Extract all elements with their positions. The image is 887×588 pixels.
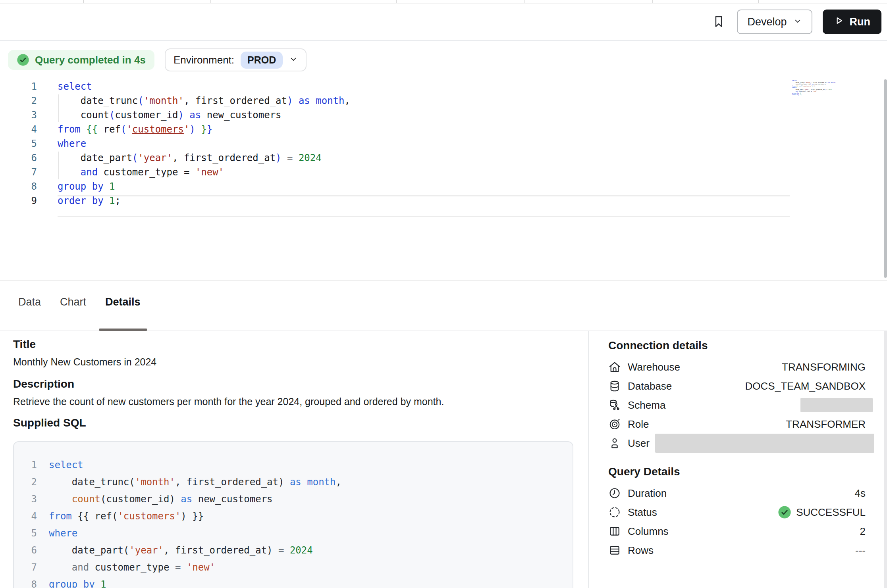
code-line: from {{ ref('customers') }} [49,511,204,522]
code-line: and customer_type = 'new' [58,167,224,178]
warehouse-icon [608,361,621,373]
code-line: where [58,138,86,149]
supplied-sql-line-3: 3 count(customer_id) as new_customers [14,490,573,507]
redacted-value [800,398,873,412]
line-number: 9 [0,195,37,206]
detail-value: TRANSFORMER [786,418,866,430]
loader-icon [608,506,621,519]
top-tab-separator [396,0,397,3]
detail-row-schema: Schema [608,396,866,415]
environment-value-pill: PROD [241,52,283,69]
play-icon [834,15,844,29]
query-details-rows: Duration4sStatusSUCCESSFULColumns2Rows--… [608,484,866,560]
detail-row-status: StatusSUCCESSFUL [608,503,866,522]
editor-line-2[interactable]: 2 date_trunc('month', first_ordered_at) … [0,94,350,108]
schema-icon [608,399,621,411]
editor-line-3[interactable]: 3 count(customer_id) as new_customers [0,108,350,122]
tab-details[interactable]: Details [105,291,141,313]
top-tab-separator [83,0,84,3]
detail-row-warehouse: WarehouseTRANSFORMING [608,357,866,377]
clock-icon [608,487,621,500]
code-line: select [49,459,83,471]
detail-value: 4s [855,487,866,500]
active-tab-underline [99,329,147,331]
supplied-sql-line-4: 4from {{ ref('customers') }} [14,507,573,525]
detail-row-rows: Rows--- [608,541,866,560]
code-line: count(customer_id) as new_customers [49,494,273,505]
query-status-text: Query completed in 4s [35,54,146,66]
line-number: 3 [0,110,37,121]
code-line: count(customer_id) as new_customers [58,110,282,121]
tabs-top-divider [0,280,887,281]
top-tab-separator [210,0,211,3]
detail-row-user: User [608,434,866,453]
editor-line-4[interactable]: 4from {{ ref('customers') }} [0,122,350,136]
line-number: 1 [0,81,37,92]
editor-line-7[interactable]: 7 and customer_type = 'new' [0,165,350,179]
bookmark-button[interactable] [711,14,727,30]
detail-row-columns: Columns2 [608,522,866,541]
panel-divider [588,331,589,588]
code-line: and customer_type = 'new' [49,562,215,573]
detail-label: Schema [628,399,665,411]
detail-label: User [628,437,650,450]
top-tab-separator [524,0,525,3]
role-icon [608,418,621,430]
run-label: Run [850,16,870,28]
code-line: date_trunc('month', first_ordered_at) as… [58,95,350,106]
scrollbar-track[interactable] [884,331,887,588]
top-tab-separator [758,0,759,3]
environment-label: Environment: [174,54,234,66]
details-side-panel: Connection details WarehouseTRANSFORMING… [608,331,866,560]
code-line: select [58,81,92,92]
editor-line-6[interactable]: 6 date_part('year', first_ordered_at) = … [0,151,350,165]
query-status-badge: Query completed in 4s [8,50,154,70]
sql-editor[interactable]: 1select2 date_trunc('month', first_order… [0,79,350,208]
code-line: date_trunc('month', first_ordered_at) as… [49,477,341,488]
run-button[interactable]: Run [823,10,881,34]
top-tab-separator [652,0,653,3]
line-number: 5 [0,138,37,149]
description-value: Retrieve the count of new customers per … [13,396,444,407]
line-number: 8 [0,181,37,192]
toolbar: Develop Run [0,4,887,41]
connection-details-heading: Connection details [608,339,866,352]
line-number: 4 [14,511,37,522]
editor-minimap[interactable]: select date_trunc('month', first_ordered… [792,80,836,96]
code-line: group by 1 [49,579,106,588]
develop-dropdown-button[interactable]: Develop [737,10,812,34]
supplied-sql-line-7: 7 and customer_type = 'new' [14,559,573,576]
editor-line-5[interactable]: 5where [0,136,350,151]
code-line: from {{ ref('customers') }} [58,124,212,135]
editor-line-9[interactable]: 9order by 1; [0,194,350,208]
success-check-icon [778,505,791,519]
supplied-sql-line-1: 1select [14,456,573,473]
columns-icon [608,525,621,538]
check-circle-icon [17,54,29,66]
scrollbar-thumb[interactable] [884,79,887,278]
line-number: 5 [14,528,37,539]
tab-data[interactable]: Data [18,291,41,313]
line-number: 7 [0,167,37,178]
editor-line-8[interactable]: 8group by 1 [0,179,350,194]
chevron-down-icon [289,54,298,66]
environment-dropdown[interactable]: Environment: PROD [165,48,307,71]
line-number: 1 [14,459,37,471]
tab-chart[interactable]: Chart [60,291,86,313]
user-icon [608,437,621,450]
supplied-sql-line-8: 8group by 1 [14,576,573,588]
code-line: where [49,528,77,539]
detail-row-database: DatabaseDOCS_TEAM_SANDBOX [608,377,866,396]
line-number: 6 [14,545,37,556]
line-number: 4 [0,124,37,135]
title-heading: Title [13,338,36,351]
editor-line-1[interactable]: 1select [0,79,350,94]
code-line: date_part('year', first_ordered_at) = 20… [58,152,322,163]
code-line: group by 1 [58,181,115,192]
line-number: 2 [0,95,37,106]
supplied-sql-code-block: 1select2 date_trunc('month', first_order… [13,441,573,588]
connection-details-rows: WarehouseTRANSFORMINGDatabaseDOCS_TEAM_S… [608,357,866,453]
line-number: 7 [14,562,37,573]
supplied-sql-line-6: 6 date_part('year', first_ordered_at) = … [14,542,573,559]
rows-icon [608,544,621,557]
